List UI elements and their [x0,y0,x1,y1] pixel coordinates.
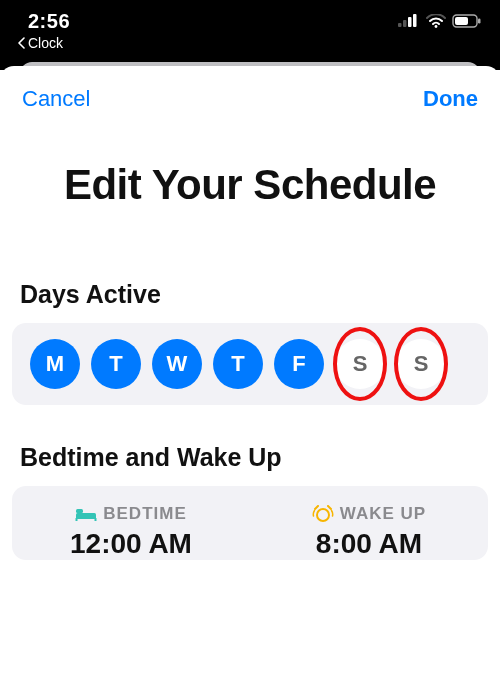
annotation-highlight [394,327,448,401]
annotation-highlight [333,327,387,401]
days-active-header: Days Active [0,280,500,323]
svg-rect-11 [95,518,97,521]
bedtime-column[interactable]: BEDTIME 12:00 AM [12,504,250,560]
wifi-icon [426,14,446,28]
bedtime-card: BEDTIME 12:00 AM WAKE UP 8:00 AM [12,486,488,560]
svg-rect-2 [408,17,412,27]
svg-rect-6 [478,19,481,24]
cancel-button[interactable]: Cancel [22,86,90,112]
day-toggle-3[interactable]: T [213,339,263,389]
chevron-left-icon [18,37,26,49]
done-button[interactable]: Done [423,86,478,112]
day-toggle-4[interactable]: F [274,339,324,389]
alarm-icon [312,505,334,523]
bed-icon [75,506,97,522]
day-toggle-6[interactable]: S [396,339,446,389]
sheet-nav: Cancel Done [0,66,500,122]
status-bar: 2:56 Clock [0,0,500,62]
day-toggle-2[interactable]: W [152,339,202,389]
svg-rect-1 [403,20,407,27]
edit-schedule-sheet: Cancel Done Edit Your Schedule Days Acti… [0,66,500,560]
bedtime-value: 12:00 AM [70,528,192,560]
wakeup-label: WAKE UP [340,504,426,524]
status-indicators [398,14,482,28]
svg-point-12 [317,509,329,521]
day-toggle-0[interactable]: M [30,339,80,389]
page-title: Edit Your Schedule [20,160,480,210]
svg-rect-8 [76,513,96,519]
svg-rect-10 [76,518,78,521]
bedtime-label: BEDTIME [103,504,187,524]
bedtime-header: Bedtime and Wake Up [0,443,500,486]
svg-rect-9 [76,509,83,513]
day-toggle-5[interactable]: S [335,339,385,389]
svg-rect-7 [455,17,468,25]
days-active-row: MTWTFSS [12,323,488,405]
wakeup-column[interactable]: WAKE UP 8:00 AM [250,504,488,560]
battery-icon [452,14,482,28]
cellular-icon [398,14,420,28]
wakeup-value: 8:00 AM [316,528,422,560]
svg-rect-0 [398,23,402,27]
svg-rect-3 [413,14,417,27]
status-back-app[interactable]: Clock [18,35,70,51]
day-toggle-1[interactable]: T [91,339,141,389]
svg-point-4 [435,25,438,28]
status-time: 2:56 [18,10,70,33]
